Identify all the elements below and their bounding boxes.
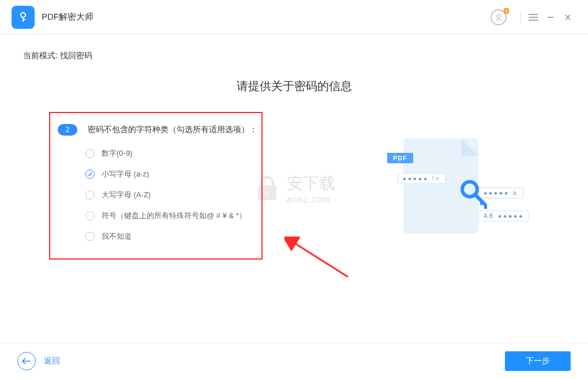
option-unknown[interactable]: 我不知道 <box>85 231 257 242</box>
minimize-button[interactable] <box>542 9 559 26</box>
close-button[interactable] <box>559 9 576 26</box>
radio-icon <box>85 211 95 220</box>
footer: 返回 下一步 <box>0 343 588 379</box>
app-title: PDF解密大师 <box>42 12 490 22</box>
key-icon <box>458 178 493 212</box>
page-title: 请提供关于密码的信息 <box>23 78 565 94</box>
options-list: 数字(0-9) 小写字母 (a-z) 大写字母 (A-Z) 符号（键盘上的所有特… <box>85 148 257 242</box>
radio-icon <box>85 190 95 200</box>
illustration: PDF ●●●●● !> ●●●●● a AB ●●●●● <box>392 138 542 242</box>
option-label: 大写字母 (A-Z) <box>102 190 151 200</box>
watermark-url: anxz.com <box>287 194 335 205</box>
option-label: 数字(0-9) <box>102 148 132 159</box>
content-area: 当前模式: 找回密码 请提供关于密码的信息 2 密码不包含的字符种类（勾选所有适… <box>0 35 588 343</box>
question-section: 2 密码不包含的字符种类（勾选所有适用选项）： 数字(0-9) 小写字母 (a-… <box>58 124 257 252</box>
watermark-title: 安下载 <box>287 172 335 194</box>
svg-rect-6 <box>480 200 483 205</box>
step-number-badge: 2 <box>58 124 77 136</box>
option-label: 小写字母 (a-z) <box>102 169 149 179</box>
svg-rect-5 <box>473 193 486 206</box>
back-label: 返回 <box>44 356 60 366</box>
option-symbols[interactable]: 符号（键盘上的所有特殊符号如@ # ¥ & *） <box>85 211 257 221</box>
svg-point-0 <box>21 13 25 17</box>
option-label: 符号（键盘上的所有特殊符号如@ # ¥ & *） <box>102 211 246 221</box>
mode-label: 当前模式: <box>23 51 58 60</box>
watermark: 安下载 anxz.com <box>253 172 335 205</box>
app-icon <box>12 6 35 29</box>
mode-value: 找回密码 <box>60 51 92 60</box>
user-avatar-button[interactable]: V <box>490 9 507 25</box>
mode-line: 当前模式: 找回密码 <box>23 51 565 61</box>
titlebar: PDF解密大师 V <box>0 0 588 35</box>
option-lowercase[interactable]: 小写字母 (a-z) <box>85 169 257 179</box>
annotation-arrow <box>284 237 354 283</box>
back-button[interactable]: 返回 <box>17 352 60 370</box>
radio-icon <box>85 170 95 179</box>
svg-rect-7 <box>484 204 487 209</box>
option-uppercase[interactable]: 大写字母 (A-Z) <box>85 190 257 200</box>
option-label: 我不知道 <box>102 231 132 242</box>
radio-icon <box>85 149 95 158</box>
vip-badge: V <box>504 8 509 14</box>
next-button[interactable]: 下一步 <box>505 351 571 371</box>
back-arrow-icon <box>17 352 36 370</box>
divider <box>520 11 521 24</box>
option-digits[interactable]: 数字(0-9) <box>85 148 257 159</box>
radio-icon <box>85 232 95 241</box>
menu-button[interactable] <box>525 9 542 26</box>
pdf-label: PDF <box>387 153 413 163</box>
svg-point-3 <box>497 14 500 18</box>
question-text: 密码不包含的字符种类（勾选所有适用选项）： <box>88 125 257 135</box>
password-bar: ●●●●● !> <box>398 173 446 184</box>
svg-rect-2 <box>23 19 25 20</box>
